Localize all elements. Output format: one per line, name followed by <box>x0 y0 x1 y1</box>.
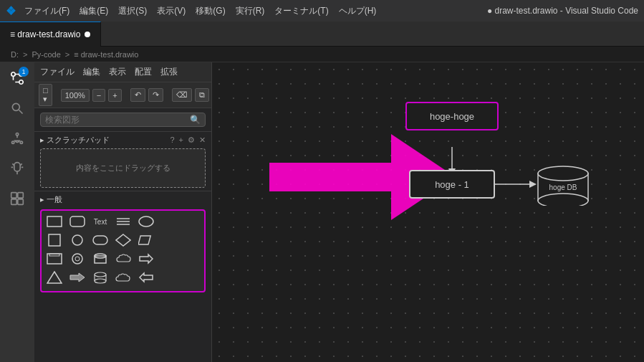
svg-marker-21 <box>116 234 130 246</box>
menu-view[interactable]: 表示(V) <box>157 5 186 17</box>
titlebar: ❖ ファイル(F) 編集(E) 選択(S) 表示(V) 移動(G) 実行(R) … <box>0 0 644 22</box>
svg-point-3 <box>12 103 19 110</box>
scratch-help-icon[interactable]: ? <box>170 135 174 145</box>
sidebar: ファイル 編集 表示 配置 拡張 □ ▾ 100% − + ↶ ↷ ⌫ ⧉ 📋 … <box>34 62 212 362</box>
menu-file[interactable]: ファイル(F) <box>24 5 69 17</box>
menu-help[interactable]: ヘルプ(H) <box>339 5 377 17</box>
shape-cloud[interactable] <box>113 251 133 267</box>
undo-button[interactable]: ↶ <box>130 88 145 102</box>
scratch-title: ▸ スクラッチパッド <box>40 135 110 146</box>
svg-marker-36 <box>140 273 153 282</box>
copy-button[interactable]: ⧉ <box>195 88 209 102</box>
shape-arrow-right2[interactable] <box>67 270 87 285</box>
scratch-add-icon[interactable]: + <box>179 135 183 145</box>
breadcrumb: D: > Py-code > ≡ draw-test.drawio <box>0 47 644 62</box>
shapes-section: ▸ 一般 Text <box>34 191 211 362</box>
shape-ellipse[interactable] <box>136 214 156 229</box>
svg-marker-29 <box>140 254 153 263</box>
svg-rect-12 <box>47 216 62 227</box>
menu-select[interactable]: 選択(S) <box>118 5 147 17</box>
drawio-menu-arrange[interactable]: 配置 <box>135 66 152 78</box>
svg-rect-9 <box>18 193 24 199</box>
shape-arrow-left[interactable] <box>136 270 156 285</box>
shape-square[interactable] <box>44 232 64 248</box>
drawio-menu-extra[interactable]: 拡張 <box>160 66 178 78</box>
svg-point-32 <box>95 272 106 277</box>
activity-extensions[interactable] <box>4 186 30 211</box>
svg-rect-11 <box>18 199 24 205</box>
search-input[interactable] <box>45 115 190 125</box>
redo-button[interactable]: ↷ <box>148 88 163 102</box>
svg-point-25 <box>72 254 82 264</box>
shape-diamond[interactable] <box>113 232 133 248</box>
activity-badge: 1 <box>19 67 29 77</box>
activity-source-control[interactable]: 1 <box>4 65 30 91</box>
zoom-level[interactable]: 100% <box>61 89 90 102</box>
page-selector[interactable]: □ ▾ <box>39 84 52 106</box>
node-hoge-1[interactable]: hoge - 1 <box>409 170 495 199</box>
shape-rect-rounded2[interactable] <box>90 232 110 248</box>
scratch-close-icon[interactable]: ✕ <box>199 135 206 145</box>
menu-goto[interactable]: 移動(G) <box>196 5 225 17</box>
node-hoge-db[interactable]: hoge DB <box>534 163 592 206</box>
shape-rounded-rect[interactable] <box>67 214 87 229</box>
shape-circle[interactable] <box>67 232 87 248</box>
active-tab[interactable]: ≡ draw-test.drawio <box>0 22 101 47</box>
shape-text[interactable]: Text <box>90 214 110 229</box>
activity-git[interactable] <box>4 125 30 151</box>
zoom-out-button[interactable]: − <box>92 89 105 102</box>
search-area: 🔍 <box>34 108 211 132</box>
drawio-menu-edit[interactable]: 編集 <box>83 66 100 78</box>
svg-point-35 <box>95 279 106 283</box>
zoom-in-button[interactable]: + <box>108 89 121 102</box>
activity-debug[interactable] <box>4 156 30 181</box>
menu-bar: ファイル(F) 編集(E) 選択(S) 表示(V) 移動(G) 実行(R) ター… <box>24 5 376 17</box>
breadcrumb-drive[interactable]: D: <box>11 50 19 59</box>
menu-terminal[interactable]: ターミナル(T) <box>274 5 328 17</box>
shape-rect3[interactable] <box>44 251 64 267</box>
svg-rect-8 <box>11 193 17 199</box>
shape-rectangle[interactable] <box>44 214 64 229</box>
svg-point-6 <box>12 141 14 143</box>
svg-point-39 <box>538 194 588 206</box>
svg-point-0 <box>11 72 16 77</box>
tab-label: draw-test.drawio <box>17 29 80 39</box>
scratch-section: ▸ スクラッチパッド ? + ⚙ ✕ 内容をここにドラッグする <box>34 132 211 191</box>
tab-modified-dot <box>85 32 90 37</box>
activity-search[interactable] <box>4 95 30 121</box>
vscode-icon: ❖ <box>6 4 16 18</box>
delete-button[interactable]: ⌫ <box>172 88 192 102</box>
menu-run[interactable]: 実行(R) <box>236 5 265 17</box>
shape-cylinder2[interactable] <box>90 270 110 285</box>
shape-circle2[interactable] <box>67 251 87 267</box>
scratch-settings-icon[interactable]: ⚙ <box>188 135 195 145</box>
svg-rect-24 <box>49 254 59 256</box>
scratch-pad-content[interactable]: 内容をここにドラッグする <box>40 148 206 188</box>
svg-rect-18 <box>49 234 60 246</box>
shape-lines[interactable] <box>113 214 133 229</box>
window-title: ● draw-test.drawio - Visual Studio Code <box>487 6 638 16</box>
shape-row-3 <box>44 251 201 267</box>
drawio-menu-view[interactable]: 表示 <box>109 66 126 78</box>
shapes-grid: Text <box>40 209 206 292</box>
breadcrumb-sep1: > <box>23 50 27 59</box>
breadcrumb-folder[interactable]: Py-code <box>32 50 60 59</box>
svg-marker-31 <box>70 273 85 282</box>
node-hoge-hoge-label: hoge-hoge <box>430 111 474 122</box>
shape-cloud2[interactable] <box>113 270 133 285</box>
shapes-header: ▸ 一般 <box>40 194 206 205</box>
db-label: hoge DB <box>549 184 577 191</box>
shape-arrow-right[interactable] <box>136 251 156 267</box>
breadcrumb-file[interactable]: ≡ draw-test.drawio <box>74 50 138 59</box>
shape-row-2 <box>44 232 201 248</box>
menu-edit[interactable]: 編集(E) <box>80 5 108 17</box>
drawio-menubar: ファイル 編集 表示 配置 拡張 <box>34 62 211 82</box>
node-hoge-hoge[interactable]: hoge-hoge <box>405 102 499 130</box>
search-wrapper[interactable]: 🔍 <box>40 113 206 127</box>
drawio-menu-file[interactable]: ファイル <box>40 66 75 78</box>
svg-marker-22 <box>138 236 150 244</box>
shape-triangle[interactable] <box>44 270 64 285</box>
shape-parallelogram[interactable] <box>136 232 156 248</box>
shape-cylinder[interactable] <box>90 251 110 267</box>
diagram-canvas[interactable]: hoge-hoge hoge - 1 hoge DB <box>212 62 644 362</box>
